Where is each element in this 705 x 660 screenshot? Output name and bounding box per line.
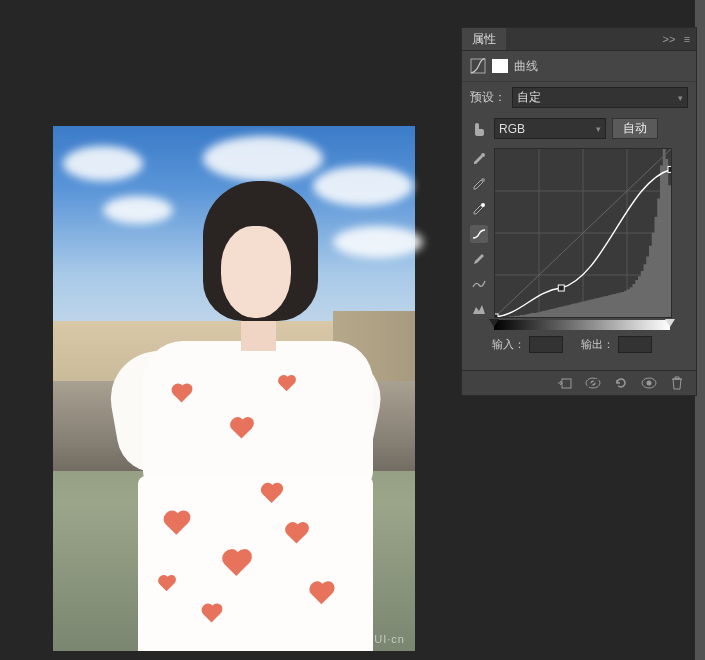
input-label: 输入： bbox=[492, 337, 525, 352]
svg-rect-11 bbox=[495, 314, 498, 317]
preset-select[interactable]: 自定 ▾ bbox=[512, 87, 688, 108]
targeted-adjust-icon[interactable] bbox=[470, 120, 488, 138]
photo-figure bbox=[113, 176, 373, 646]
gray-point-eyedropper-icon[interactable] bbox=[470, 175, 488, 193]
panel-header: 属性 >> ≡ bbox=[462, 28, 696, 51]
smooth-curve-icon[interactable] bbox=[470, 275, 488, 293]
auto-button[interactable]: 自动 bbox=[612, 118, 658, 139]
reset-icon[interactable] bbox=[612, 374, 630, 392]
output-label: 输出： bbox=[581, 337, 614, 352]
adjustment-type-row: 曲线 bbox=[462, 51, 696, 82]
layer-mask-icon[interactable] bbox=[492, 58, 508, 74]
histogram-clip-icon[interactable] bbox=[470, 300, 488, 318]
svg-point-19 bbox=[647, 381, 652, 386]
svg-point-3 bbox=[481, 203, 485, 207]
black-point-slider[interactable] bbox=[489, 319, 499, 327]
svg-point-2 bbox=[481, 178, 485, 182]
input-value-field[interactable] bbox=[529, 336, 563, 353]
channel-value: RGB bbox=[499, 122, 525, 136]
preset-row: 预设： 自定 ▾ bbox=[462, 82, 696, 113]
chevron-down-icon: ▾ bbox=[596, 124, 601, 134]
view-previous-state-icon[interactable] bbox=[584, 374, 602, 392]
point-curve-tool-icon[interactable] bbox=[470, 225, 488, 243]
collapse-icon[interactable]: >> bbox=[660, 33, 678, 45]
black-point-eyedropper-icon[interactable] bbox=[470, 150, 488, 168]
white-point-eyedropper-icon[interactable] bbox=[470, 200, 488, 218]
panel-menu-icon[interactable]: ≡ bbox=[678, 33, 696, 45]
preset-value: 自定 bbox=[517, 89, 541, 106]
curves-adjustment-icon[interactable] bbox=[470, 58, 486, 74]
preset-label: 预设： bbox=[470, 89, 506, 106]
output-value-field[interactable] bbox=[618, 336, 652, 353]
svg-rect-12 bbox=[558, 285, 564, 291]
clip-to-layer-icon[interactable] bbox=[556, 374, 574, 392]
panel-tab-properties[interactable]: 属性 bbox=[462, 28, 506, 50]
svg-rect-14 bbox=[562, 379, 571, 388]
adjustment-name: 曲线 bbox=[514, 58, 538, 75]
io-row: 输入： 输出： bbox=[462, 330, 696, 357]
input-ramp[interactable] bbox=[494, 320, 670, 330]
panel-footer bbox=[462, 370, 696, 395]
channel-row: RGB ▾ 自动 bbox=[462, 113, 696, 144]
properties-panel: 属性 >> ≡ 曲线 预设： 自定 ▾ RGB ▾ 自动 bbox=[461, 27, 697, 396]
toggle-visibility-icon[interactable] bbox=[640, 374, 658, 392]
document-photo[interactable]: UI·cn bbox=[53, 126, 415, 651]
cloud bbox=[203, 136, 323, 181]
curves-tool-column bbox=[470, 148, 488, 330]
curves-graph[interactable] bbox=[494, 148, 672, 318]
chevron-down-icon: ▾ bbox=[678, 93, 683, 103]
watermark: UI·cn bbox=[374, 633, 405, 645]
white-point-slider[interactable] bbox=[665, 319, 675, 327]
curves-graph-wrap bbox=[494, 148, 688, 330]
delete-icon[interactable] bbox=[668, 374, 686, 392]
svg-rect-13 bbox=[668, 166, 671, 172]
channel-select[interactable]: RGB ▾ bbox=[494, 118, 606, 139]
pencil-curve-tool-icon[interactable] bbox=[470, 250, 488, 268]
svg-point-1 bbox=[481, 153, 485, 157]
curves-body bbox=[462, 144, 696, 330]
canvas-area: UI·cn bbox=[0, 0, 460, 660]
